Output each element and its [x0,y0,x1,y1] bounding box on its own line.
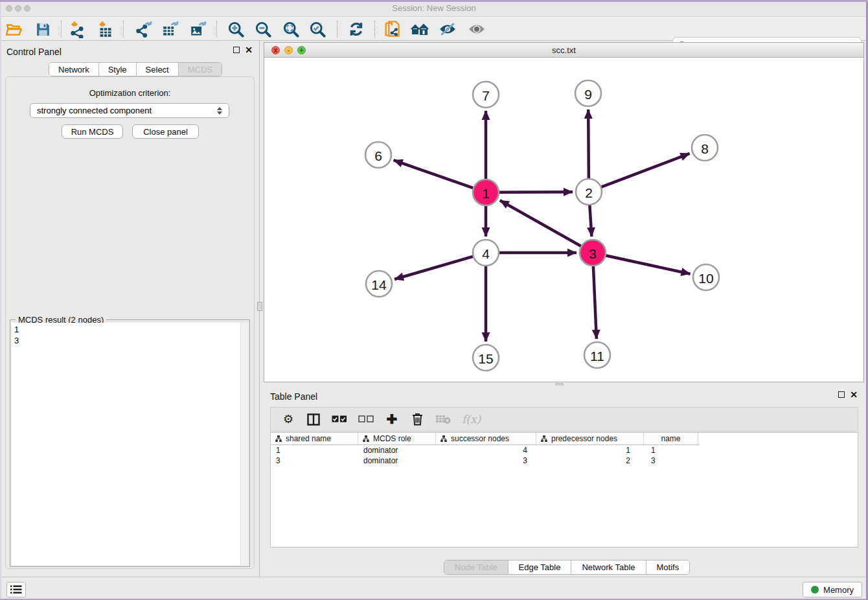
vertical-splitter-grip[interactable] [257,302,262,311]
memory-label: Memory [823,585,854,595]
attribute-icon [363,435,369,442]
memory-status-icon [811,586,819,594]
list-icon [10,585,22,594]
hide-graphics-details-icon[interactable] [439,20,457,38]
graph-node-label-7: 7 [482,88,490,103]
graph-node-label-9: 9 [584,87,592,102]
tab-edge-table[interactable]: Edge Table [508,560,572,574]
tab-network-table[interactable]: Network Table [571,560,646,574]
clone-network-icon[interactable] [383,20,401,38]
network-window-title: scc.txt [264,45,863,55]
save-session-icon[interactable] [34,20,52,38]
cell-successor-nodes[interactable]: 4 [436,445,536,456]
table-toolbar: ⚙ ✚ f(x) [270,407,858,432]
graph-edge-3-11[interactable] [593,266,597,339]
toolbar-separator [216,21,217,38]
cell-successor-nodes[interactable]: 3 [436,456,536,466]
tab-node-table[interactable]: Node Table [444,560,508,574]
criterion-select[interactable]: strongly connected component [30,103,229,118]
delete-table-icon[interactable] [435,411,451,427]
close-table-panel-icon[interactable]: ✕ [850,391,858,398]
memory-button[interactable]: Memory [803,582,862,597]
cell-shared-name[interactable]: 1 [271,445,358,456]
graph-node-label-15: 15 [478,351,493,366]
close-panel-icon[interactable]: ✕ [245,47,253,53]
graph-node-label-10: 10 [698,271,713,286]
result-scrollbar[interactable] [240,323,248,565]
mcds-result-group: MCDS result (2 nodes) 1 3 [10,319,250,567]
network-overview-icon[interactable] [411,20,429,38]
table-panel: Table Panel ✕ ⚙ ✚ f(x) shared name [264,386,864,577]
cell-mcds-role[interactable]: dominator [358,456,436,466]
tab-mcds[interactable]: MCDS [179,63,222,76]
zoom-in-icon[interactable] [227,20,245,38]
column-header-successor-nodes[interactable]: successor nodes [436,433,536,444]
tab-style[interactable]: Style [99,63,137,76]
graph-edge-3-10[interactable] [606,255,691,273]
graph-edge-3-1[interactable] [500,200,582,246]
attribute-icon [541,435,547,442]
function-builder-icon[interactable]: f(x) [462,411,481,427]
column-header-name[interactable]: name [644,433,698,444]
toolbar-separator [337,21,337,38]
zoom-out-icon[interactable] [254,20,272,38]
show-column-panel-icon[interactable] [306,411,321,427]
column-header-mcds-role[interactable]: MCDS role [358,433,436,444]
mcds-result-text[interactable]: 1 3 [12,323,240,565]
import-network-icon[interactable] [68,20,86,38]
add-column-icon[interactable]: ✚ [385,411,399,427]
zoom-selected-icon[interactable] [308,20,326,38]
run-mcds-button[interactable]: Run MCDS [62,124,123,139]
float-table-panel-icon[interactable] [838,391,845,398]
show-panels-menu-button[interactable] [6,582,26,597]
tab-motifs[interactable]: Motifs [646,560,690,574]
mcds-panel: Optimization criterion: strongly connect… [5,76,255,569]
apply-layout-icon[interactable] [347,20,365,38]
column-header-predecessor-nodes[interactable]: predecessor nodes [536,433,644,444]
graph-edge-2-3[interactable] [589,205,591,237]
table-header-row: shared name MCDS role successor nodes pr… [271,433,700,445]
cell-shared-name[interactable]: 3 [271,456,358,466]
cell-mcds-role[interactable]: dominator [358,445,436,456]
network-canvas[interactable]: 7968124314101511 [264,58,863,382]
tab-select[interactable]: Select [137,63,179,76]
graph-node-label-1: 1 [482,186,490,201]
table-row[interactable]: 1 dominator 4 1 1 [271,445,858,456]
open-file-icon[interactable] [5,20,23,38]
table-row[interactable]: 3 dominator 3 2 3 [271,456,858,466]
column-header-shared-name[interactable]: shared name [271,433,358,444]
graph-node-label-11: 11 [590,349,604,363]
cell-predecessor-nodes[interactable]: 1 [536,445,644,456]
graph-edge-2-8[interactable] [601,154,690,187]
export-table-icon[interactable] [161,20,179,38]
optimization-criterion-label: Optimization criterion: [6,88,254,98]
network-graph[interactable]: 7968124314101511 [264,58,863,382]
graph-edge-1-6[interactable] [394,160,474,188]
zoom-fit-icon[interactable] [282,20,300,38]
select-arrows-icon [217,107,222,115]
export-network-icon[interactable] [134,20,152,38]
graph-node-label-8: 8 [701,141,709,156]
graph-edge-4-14[interactable] [394,257,474,279]
table-options-icon[interactable]: ⚙ [281,411,295,427]
export-image-icon[interactable] [189,20,207,38]
table-tabs: Node Table Edge Table Network Table Moti… [444,560,690,575]
attribute-icon [275,435,282,442]
graph-edge-2-9[interactable] [588,110,589,179]
cell-name[interactable]: 1 [644,445,698,456]
close-panel-button[interactable]: Close panel [132,124,199,139]
delete-column-icon[interactable] [410,411,424,427]
import-table-icon[interactable] [96,20,114,38]
graph-node-label-2: 2 [585,185,593,200]
select-all-icon[interactable] [332,411,347,427]
float-panel-icon[interactable] [233,47,240,53]
control-panel-tabs: Network Style Select MCDS [49,62,222,76]
network-window-titlebar[interactable]: x - + scc.txt [264,43,863,58]
cell-predecessor-nodes[interactable]: 2 [536,456,644,466]
graph-edge-1-2[interactable] [499,192,573,192]
tab-network[interactable]: Network [49,63,99,76]
deselect-all-icon[interactable] [358,411,374,427]
cell-name[interactable]: 3 [644,456,698,466]
toolbar-separator [123,21,124,38]
show-graphics-details-icon[interactable] [468,20,486,38]
